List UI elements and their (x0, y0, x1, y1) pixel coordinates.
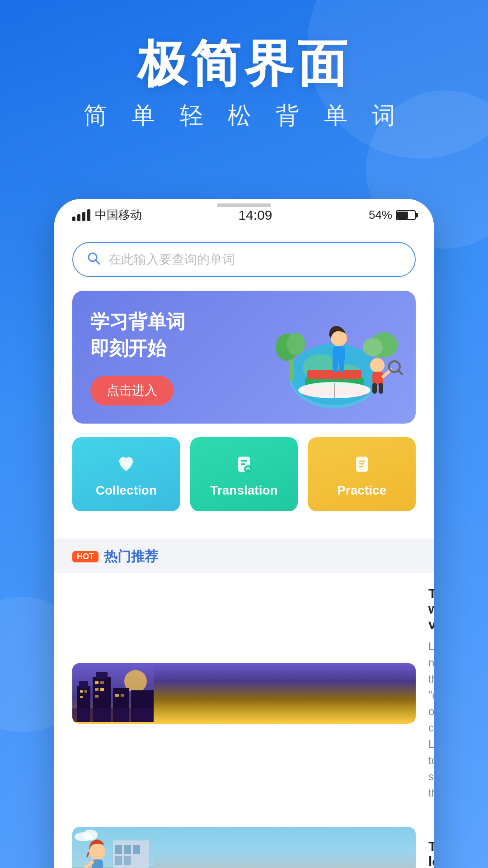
svg-point-60 (89, 844, 105, 860)
search-bar[interactable]: 在此输入要查询的单词 (72, 242, 416, 277)
svg-rect-45 (100, 681, 104, 684)
svg-rect-55 (115, 845, 122, 854)
translation-icon (230, 451, 258, 478)
feature-card-collection[interactable]: Collection (72, 437, 180, 511)
practice-label: Practice (337, 483, 386, 498)
svg-rect-49 (115, 694, 119, 697)
signal-bars (72, 209, 90, 221)
feature-cards: Collection Translation (72, 437, 416, 511)
banner-illustration (262, 295, 407, 413)
translation-label: Translation (210, 483, 277, 498)
practice-icon (348, 451, 375, 478)
svg-rect-61 (92, 859, 103, 868)
svg-rect-19 (333, 360, 338, 373)
banner-title: 学习背单词 即刻开始 (90, 309, 185, 362)
svg-rect-56 (124, 845, 131, 854)
collection-label: Collection (96, 483, 157, 498)
svg-rect-38 (96, 672, 108, 679)
hot-title: 热门推荐 (104, 547, 158, 566)
search-placeholder: 在此输入要查询的单词 (108, 251, 401, 268)
svg-rect-42 (84, 690, 87, 693)
article-item[interactable]: The word video Last night, the rain, "dr… (54, 573, 434, 814)
svg-rect-48 (95, 695, 99, 698)
svg-point-21 (370, 358, 385, 373)
svg-rect-44 (95, 681, 99, 684)
feature-card-translation[interactable]: Translation (190, 437, 298, 511)
battery-icon (396, 210, 416, 220)
svg-rect-59 (124, 856, 131, 865)
svg-rect-50 (121, 694, 124, 697)
hot-header: HOT 热门推荐 (54, 538, 434, 573)
battery-percent: 54% (369, 208, 392, 222)
svg-rect-18 (333, 346, 345, 362)
hot-badge: HOT (72, 551, 99, 562)
article-info: The word video Last night, the rain, "dr… (428, 586, 434, 801)
clock: 14:09 (238, 208, 272, 223)
banner-button[interactable]: 点击进入 (90, 376, 174, 406)
hot-section: HOT 热门推荐 (54, 538, 434, 868)
carrier-name: 中国移动 (95, 207, 142, 223)
article-thumb-city (72, 663, 416, 724)
svg-rect-47 (100, 688, 104, 691)
svg-rect-43 (80, 696, 83, 698)
svg-rect-20 (339, 360, 344, 373)
signal-bar-4 (87, 209, 90, 221)
article-item-2[interactable]: The love (54, 814, 434, 868)
feature-card-practice[interactable]: Practice (308, 437, 416, 511)
status-right: 54% (369, 208, 416, 222)
svg-rect-24 (379, 383, 383, 394)
collection-icon (113, 451, 140, 478)
article-title-2: The love (428, 839, 434, 868)
article-info-2: The love (428, 839, 434, 868)
phone-pill (217, 203, 271, 207)
svg-line-25 (383, 370, 391, 377)
svg-rect-23 (372, 383, 377, 394)
banner-text: 学习背单词 即刻开始 点击进入 (90, 309, 185, 406)
search-icon (87, 251, 101, 268)
svg-rect-29 (241, 460, 247, 462)
svg-line-1 (96, 260, 100, 264)
svg-rect-36 (79, 681, 88, 688)
svg-rect-51 (72, 708, 154, 722)
article-list: The word video Last night, the rain, "dr… (54, 573, 434, 868)
svg-line-27 (398, 370, 402, 374)
svg-point-16 (363, 338, 383, 356)
signal-bar-2 (77, 214, 80, 221)
article-title: The word video (428, 586, 434, 632)
svg-point-31 (244, 465, 252, 473)
svg-rect-30 (241, 463, 245, 465)
status-left: 中国移动 (72, 207, 142, 223)
svg-rect-46 (95, 688, 99, 691)
phone-content: 在此输入要查询的单词 学习背单词 即刻开始 点击进入 (54, 228, 434, 538)
svg-point-13 (287, 333, 305, 355)
signal-bar-3 (82, 212, 85, 221)
battery-fill (397, 212, 408, 219)
svg-rect-57 (133, 845, 140, 854)
article-desc: Last night, the rain, "drops on clicking… (428, 638, 434, 801)
svg-rect-41 (80, 690, 83, 693)
signal-bar-1 (72, 217, 75, 221)
banner-card: 学习背单词 即刻开始 点击进入 (72, 291, 416, 424)
phone-mockup: 中国移动 14:09 54% 在此输入要查询的单词 学习背 (54, 199, 434, 868)
article-thumb-anime (72, 827, 416, 868)
svg-point-64 (83, 830, 98, 840)
svg-rect-58 (115, 856, 122, 865)
